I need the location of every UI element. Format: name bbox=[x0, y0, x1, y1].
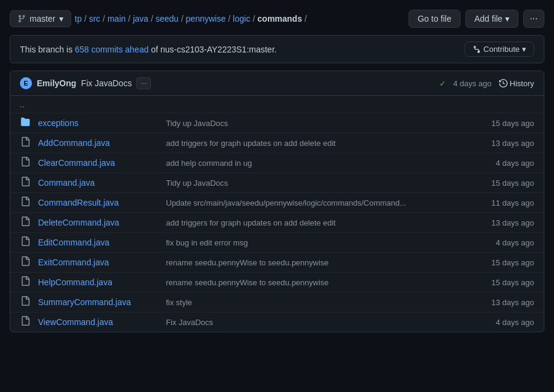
table-row: SummaryCommand.java fix style 13 days ag… bbox=[10, 292, 544, 312]
file-name-link[interactable]: exceptions bbox=[38, 118, 159, 128]
commit-message: Fix JavaDocs bbox=[81, 78, 132, 88]
breadcrumb-tp[interactable]: tp bbox=[75, 14, 82, 24]
file-age: 11 days ago bbox=[480, 198, 534, 207]
file-age: 4 days ago bbox=[480, 159, 534, 168]
file-commit-msg: Fix JavaDocs bbox=[166, 318, 473, 327]
file-age: 15 days ago bbox=[480, 258, 534, 267]
parent-dir-link[interactable]: .. bbox=[20, 100, 25, 109]
table-row: HelpCommand.java rename seedu.pennyWise … bbox=[10, 273, 544, 292]
table-row: ViewCommand.java Fix JavaDocs 4 days ago bbox=[10, 312, 544, 332]
commit-info: E EmilyOng Fix JavaDocs ··· bbox=[20, 77, 151, 89]
contribute-button[interactable]: Contribute ▾ bbox=[465, 42, 534, 57]
branch-nav: master ▾ tp / src / main / java / seedu … bbox=[10, 10, 307, 27]
table-row: AddCommand.java add triggers for graph u… bbox=[10, 133, 544, 153]
breadcrumb-java[interactable]: java bbox=[133, 14, 148, 24]
branch-info-bar: This branch is 658 commits ahead of nus-… bbox=[10, 35, 544, 63]
file-commit-msg: add help command in ug bbox=[166, 159, 473, 168]
table-row: ClearCommand.java add help command in ug… bbox=[10, 153, 544, 173]
file-commit-msg: fix bug in edit error msg bbox=[166, 238, 473, 247]
branch-selector[interactable]: master ▾ bbox=[10, 10, 71, 27]
file-commit-msg: Tidy up JavaDocs bbox=[166, 179, 473, 188]
file-commit-msg: rename seedu.pennyWise to seedu.pennywis… bbox=[166, 258, 473, 267]
add-file-button[interactable]: Add file ▾ bbox=[465, 10, 518, 28]
file-commit-msg: add triggers for graph updates on add de… bbox=[166, 139, 473, 148]
file-commit-msg: rename seedu.pennyWise to seedu.pennywis… bbox=[166, 278, 473, 287]
avatar: E bbox=[20, 77, 32, 89]
file-icon bbox=[20, 276, 31, 288]
file-table: E EmilyOng Fix JavaDocs ··· ✓ 4 days ago… bbox=[10, 71, 544, 332]
file-icon bbox=[20, 316, 31, 328]
more-options-button[interactable]: ··· bbox=[523, 10, 544, 28]
folder-icon bbox=[20, 117, 31, 129]
top-actions: Go to file Add file ▾ ··· bbox=[409, 10, 544, 28]
file-name-link[interactable]: CommandResult.java bbox=[38, 198, 159, 207]
file-name-link[interactable]: ViewCommand.java bbox=[38, 317, 159, 327]
history-button[interactable]: History bbox=[499, 79, 534, 88]
breadcrumb-pennywise[interactable]: pennywise bbox=[186, 14, 226, 24]
top-bar: master ▾ tp / src / main / java / seedu … bbox=[10, 10, 544, 28]
file-name-link[interactable]: SummaryCommand.java bbox=[38, 297, 159, 307]
breadcrumb-logic[interactable]: logic bbox=[233, 14, 250, 24]
commits-ahead-link[interactable]: 658 commits ahead bbox=[75, 45, 148, 54]
file-icon bbox=[20, 197, 31, 209]
breadcrumb-current: commands bbox=[258, 14, 302, 24]
branch-arrow: ▾ bbox=[59, 14, 63, 24]
file-age: 13 days ago bbox=[480, 218, 534, 227]
file-name-link[interactable]: DeleteCommand.java bbox=[38, 218, 159, 227]
file-commit-msg: Update src/main/java/seedu/pennywise/log… bbox=[166, 198, 473, 207]
breadcrumb-src[interactable]: src bbox=[89, 14, 100, 24]
file-commit-msg: add triggers for graph updates on add de… bbox=[166, 218, 473, 227]
file-icon bbox=[20, 296, 31, 308]
commit-hash-button[interactable]: ··· bbox=[136, 77, 151, 89]
file-age: 4 days ago bbox=[480, 318, 534, 327]
commit-time: 4 days ago bbox=[453, 79, 492, 88]
file-rows-container: exceptions Tidy up JavaDocs 15 days ago … bbox=[10, 113, 544, 332]
file-age: 13 days ago bbox=[480, 139, 534, 148]
file-commit-msg: Tidy up JavaDocs bbox=[166, 119, 473, 128]
file-name-link[interactable]: HelpCommand.java bbox=[38, 277, 159, 287]
table-row: ExitCommand.java rename seedu.pennyWise … bbox=[10, 253, 544, 273]
table-row: exceptions Tidy up JavaDocs 15 days ago bbox=[10, 113, 544, 133]
file-icon bbox=[20, 217, 31, 229]
file-age: 13 days ago bbox=[480, 298, 534, 307]
file-icon bbox=[20, 177, 31, 189]
breadcrumb-main[interactable]: main bbox=[107, 14, 126, 24]
history-label: History bbox=[510, 79, 534, 88]
table-row: Command.java Tidy up JavaDocs 15 days ag… bbox=[10, 173, 544, 193]
file-icon bbox=[20, 157, 31, 169]
check-icon: ✓ bbox=[439, 79, 446, 88]
go-to-file-button[interactable]: Go to file bbox=[409, 10, 460, 28]
branch-info-text: This branch is 658 commits ahead of nus-… bbox=[20, 45, 276, 54]
file-age: 15 days ago bbox=[480, 179, 534, 188]
file-name-link[interactable]: EditCommand.java bbox=[38, 238, 159, 247]
file-name-link[interactable]: Command.java bbox=[38, 178, 159, 188]
parent-dir-row: .. bbox=[10, 96, 544, 113]
file-name-link[interactable]: AddCommand.java bbox=[38, 138, 159, 148]
file-age: 15 days ago bbox=[480, 278, 534, 287]
file-icon bbox=[20, 236, 31, 248]
file-icon bbox=[20, 256, 31, 268]
breadcrumb: tp / src / main / java / seedu / pennywi… bbox=[75, 14, 307, 24]
file-name-link[interactable]: ExitCommand.java bbox=[38, 258, 159, 267]
commit-header: E EmilyOng Fix JavaDocs ··· ✓ 4 days ago… bbox=[10, 71, 544, 96]
commit-meta: ✓ 4 days ago History bbox=[439, 79, 534, 88]
branch-name: master bbox=[30, 14, 56, 24]
file-commit-msg: fix style bbox=[166, 298, 473, 307]
breadcrumb-seedu[interactable]: seedu bbox=[156, 14, 179, 24]
table-row: EditCommand.java fix bug in edit error m… bbox=[10, 233, 544, 253]
file-age: 4 days ago bbox=[480, 238, 534, 247]
commit-author[interactable]: EmilyOng bbox=[37, 78, 76, 88]
file-icon bbox=[20, 137, 31, 149]
table-row: CommandResult.java Update src/main/java/… bbox=[10, 193, 544, 213]
file-name-link[interactable]: ClearCommand.java bbox=[38, 158, 159, 168]
file-age: 15 days ago bbox=[480, 119, 534, 128]
table-row: DeleteCommand.java add triggers for grap… bbox=[10, 213, 544, 233]
